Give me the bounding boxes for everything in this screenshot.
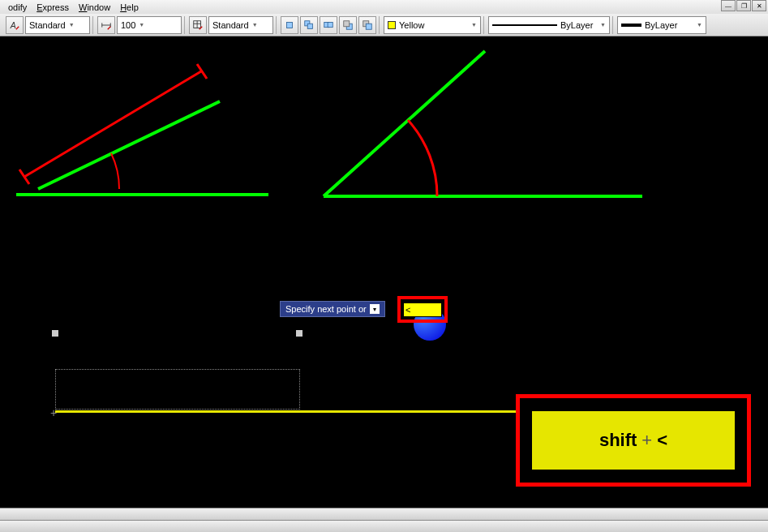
color-dropdown[interactable]: Yellow ▼	[384, 16, 481, 34]
lineweight-dropdown[interactable]: ByLayer ▼	[617, 16, 706, 34]
endpoint-marker-left	[52, 330, 58, 337]
svg-rect-6	[328, 22, 333, 27]
start-cross-icon: +	[50, 406, 57, 419]
status-bars	[0, 508, 768, 532]
copy-icon-2[interactable]	[300, 16, 318, 34]
menu-window[interactable]: Window	[74, 2, 115, 13]
properties-toolbar: A Standard▼ 100▼ Standard▼	[0, 14, 768, 36]
dimstyle-icon[interactable]	[97, 16, 115, 34]
svg-text:A: A	[10, 19, 16, 29]
linetype-dropdown[interactable]: ByLayer ▼	[488, 16, 610, 34]
status-bar	[0, 520, 768, 532]
tablestyle-icon[interactable]	[189, 16, 207, 34]
copy-icon-1[interactable]	[281, 16, 298, 34]
command-line[interactable]	[0, 508, 768, 520]
active-line	[55, 410, 590, 413]
menu-bar: odify Express Window Help — ❐ ✕	[0, 0, 768, 14]
svg-rect-10	[366, 24, 371, 29]
svg-line-16	[324, 51, 485, 196]
prompt-menu-icon[interactable]: ▾	[370, 304, 380, 314]
svg-line-15	[197, 64, 207, 79]
copy-icon-3[interactable]	[320, 16, 337, 34]
close-button[interactable]: ✕	[752, 0, 766, 11]
dynamic-input-field[interactable]	[403, 302, 442, 317]
menu-modify[interactable]: odify	[3, 2, 32, 13]
svg-rect-8	[344, 20, 350, 26]
minimize-button[interactable]: —	[721, 0, 736, 11]
endpoint-marker-right	[296, 330, 302, 337]
svg-line-14	[19, 169, 29, 184]
svg-rect-4	[307, 24, 312, 28]
dynamic-input-highlight	[397, 296, 448, 323]
svg-rect-2	[287, 22, 293, 28]
window-controls: — ❐ ✕	[721, 0, 766, 11]
send-back-icon[interactable]	[339, 16, 357, 34]
textstyle-dropdown[interactable]: Standard▼	[25, 16, 90, 34]
dimscale-dropdown[interactable]: 100▼	[117, 16, 182, 34]
textstyle-icon[interactable]: A	[6, 16, 24, 34]
tablestyle-dropdown[interactable]: Standard▼	[208, 16, 273, 34]
dynamic-prompt: Specify next point or ▾	[280, 301, 385, 317]
menu-express[interactable]: Express	[32, 2, 74, 13]
menu-help[interactable]: Help	[115, 2, 144, 13]
bring-front-icon[interactable]	[358, 16, 376, 34]
instruction-callout: shift + <	[516, 394, 751, 487]
restore-button[interactable]: ❐	[736, 0, 751, 11]
